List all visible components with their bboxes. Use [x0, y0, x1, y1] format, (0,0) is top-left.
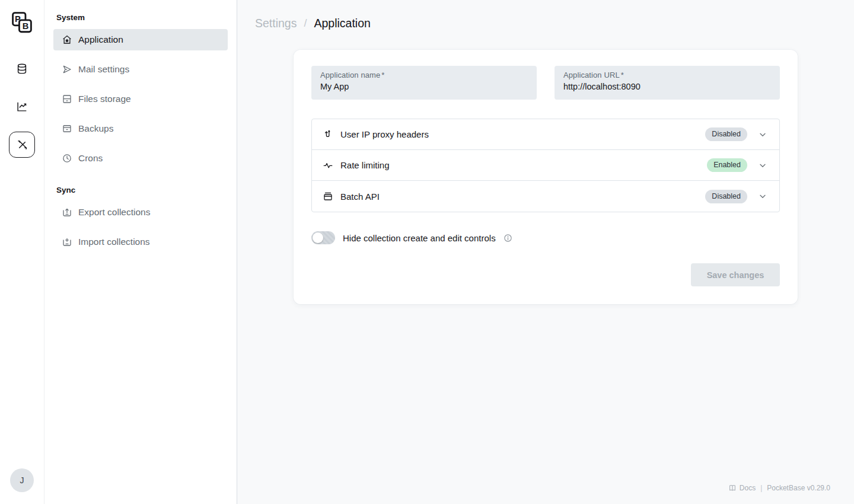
version-label: PocketBase v0.29.0	[767, 484, 830, 492]
chevron-down-icon[interactable]	[758, 130, 767, 139]
database-icon	[15, 62, 28, 75]
accordion-user-ip-proxy-headers[interactable]: User IP proxy headers Disabled	[312, 119, 779, 150]
chevron-down-icon[interactable]	[758, 192, 767, 201]
card-actions: Save changes	[311, 263, 780, 286]
avatar-initial: J	[20, 476, 24, 485]
home-gear-icon	[62, 34, 72, 45]
rail-item-logs[interactable]	[9, 94, 35, 120]
footer-separator: |	[760, 484, 762, 492]
docs-link[interactable]: Docs	[728, 484, 756, 492]
options-accordion-group: User IP proxy headers Disabled Rate limi…	[311, 119, 780, 212]
status-badge: Enabled	[707, 158, 747, 172]
chevron-down-icon[interactable]	[758, 161, 767, 170]
fields-row: Application name* Application URL*	[311, 66, 780, 100]
avatar[interactable]: J	[10, 468, 34, 492]
application-name-input[interactable]	[320, 82, 528, 91]
rail-nav	[9, 56, 35, 158]
sidebar-item-label: Import collections	[78, 237, 150, 247]
svg-text:B: B	[23, 21, 29, 31]
required-mark: *	[381, 71, 384, 79]
send-icon	[62, 64, 72, 75]
rail-item-collections[interactable]	[9, 56, 35, 82]
sidebar-section-sync: Sync	[56, 186, 225, 194]
sidebar-item-label: Backups	[78, 123, 113, 134]
accordion-label: Batch API	[340, 192, 698, 202]
status-badge: Disabled	[705, 127, 747, 141]
batch-stack-icon	[323, 191, 333, 202]
sidebar-item-label: Crons	[78, 153, 103, 164]
files-storage-icon	[62, 94, 72, 104]
required-mark: *	[621, 71, 624, 79]
status-badge: Disabled	[705, 190, 747, 203]
sidebar-item-label: Export collections	[78, 207, 150, 218]
sidebar-item-label: Files storage	[78, 94, 131, 104]
application-url-input[interactable]	[563, 82, 771, 91]
application-name-field[interactable]: Application name*	[311, 66, 537, 100]
backups-icon	[62, 123, 72, 134]
line-chart-icon	[15, 100, 28, 113]
application-url-label: Application URL*	[563, 71, 771, 79]
icon-rail: P B	[0, 0, 44, 504]
rail-item-settings[interactable]	[9, 132, 35, 158]
footer: Docs | PocketBase v0.29.0	[728, 484, 830, 492]
sidebar-item-export-collections[interactable]: Export collections	[53, 202, 228, 223]
breadcrumb: Settings / Application	[255, 17, 830, 30]
clock-icon	[62, 153, 72, 164]
pulse-icon	[323, 160, 333, 171]
toggle-knob	[313, 232, 323, 243]
breadcrumb-separator: /	[304, 17, 307, 30]
accordion-batch-api[interactable]: Batch API Disabled	[312, 181, 779, 212]
hide-controls-toggle[interactable]	[311, 231, 335, 244]
hide-controls-label[interactable]: Hide collection create and edit controls	[343, 233, 496, 243]
sidebar-item-mail-settings[interactable]: Mail settings	[53, 59, 228, 80]
sidebar-section-system: System	[56, 13, 225, 22]
application-settings-card: Application name* Application URL*	[294, 50, 798, 304]
breadcrumb-settings[interactable]: Settings	[255, 17, 297, 30]
sidebar-item-backups[interactable]: Backups	[53, 118, 228, 139]
sidebar-item-application[interactable]: Application	[53, 29, 228, 50]
sidebar-item-label: Mail settings	[78, 64, 129, 75]
accordion-label: Rate limiting	[340, 160, 700, 170]
tools-icon	[16, 139, 28, 151]
import-icon	[62, 237, 72, 247]
docs-label: Docs	[740, 484, 756, 492]
sidebar-item-label: Application	[78, 34, 123, 45]
settings-sidebar: System Application Mail settings	[44, 0, 237, 504]
accordion-rate-limiting[interactable]: Rate limiting Enabled	[312, 150, 779, 181]
proxy-route-icon	[323, 129, 333, 140]
pocketbase-logo[interactable]: P B	[9, 9, 35, 36]
export-icon	[62, 207, 72, 218]
save-changes-button[interactable]: Save changes	[691, 263, 780, 286]
book-icon	[728, 484, 737, 492]
info-icon[interactable]	[504, 234, 512, 243]
accordion-label: User IP proxy headers	[340, 129, 698, 139]
pocketbase-logo-icon: P B	[9, 10, 34, 35]
sidebar-item-crons[interactable]: Crons	[53, 148, 228, 169]
main-content: Settings / Application Application name*…	[237, 0, 854, 504]
application-url-field[interactable]: Application URL*	[555, 66, 780, 100]
application-name-label: Application name*	[320, 71, 528, 79]
hide-controls-toggle-row: Hide collection create and edit controls	[311, 231, 780, 244]
sidebar-item-files-storage[interactable]: Files storage	[53, 88, 228, 110]
breadcrumb-current-page: Application	[314, 17, 370, 30]
sidebar-item-import-collections[interactable]: Import collections	[53, 231, 228, 253]
